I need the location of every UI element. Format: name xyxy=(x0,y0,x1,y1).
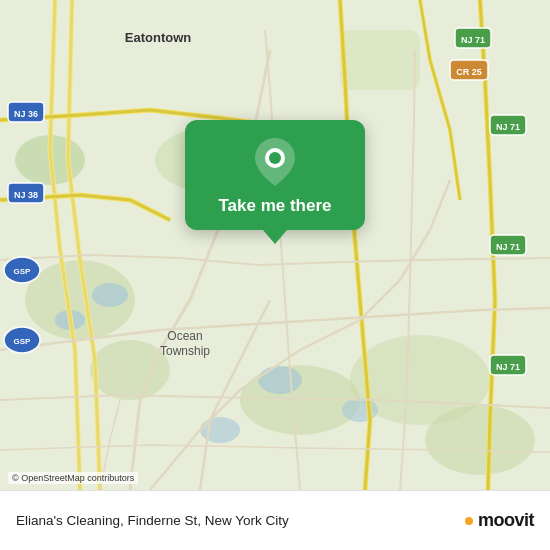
svg-point-9 xyxy=(92,283,128,307)
moovit-dot xyxy=(465,517,473,525)
svg-point-11 xyxy=(258,366,302,394)
svg-point-5 xyxy=(425,405,535,475)
take-me-there-label: Take me there xyxy=(218,196,331,216)
svg-text:NJ 71: NJ 71 xyxy=(496,362,520,372)
svg-text:NJ 71: NJ 71 xyxy=(461,35,485,45)
svg-text:NJ 36: NJ 36 xyxy=(14,109,38,119)
svg-text:NJ 38: NJ 38 xyxy=(14,190,38,200)
location-description: Eliana's Cleaning, Finderne St, New York… xyxy=(16,513,465,528)
bottom-bar: Eliana's Cleaning, Finderne St, New York… xyxy=(0,490,550,550)
svg-point-2 xyxy=(90,340,170,400)
map-container: NJ 71 NJ 71 NJ 71 NJ 71 NJ 36 NJ 38 GSP … xyxy=(0,0,550,490)
take-me-there-popup[interactable]: Take me there xyxy=(185,120,365,230)
svg-point-12 xyxy=(342,398,378,422)
moovit-logo: moovit xyxy=(465,510,534,531)
svg-text:NJ 71: NJ 71 xyxy=(496,122,520,132)
svg-text:Eatontown: Eatontown xyxy=(125,30,191,45)
osm-attribution: © OpenStreetMap contributors xyxy=(8,472,138,484)
svg-rect-7 xyxy=(340,30,420,90)
svg-text:CR 25: CR 25 xyxy=(456,67,482,77)
moovit-wordmark: moovit xyxy=(478,510,534,531)
svg-point-36 xyxy=(269,152,281,164)
svg-text:GSP: GSP xyxy=(14,267,32,276)
svg-text:Township: Township xyxy=(160,344,210,358)
svg-text:NJ 71: NJ 71 xyxy=(496,242,520,252)
svg-text:Ocean: Ocean xyxy=(167,329,202,343)
svg-point-13 xyxy=(200,417,240,443)
app: NJ 71 NJ 71 NJ 71 NJ 71 NJ 36 NJ 38 GSP … xyxy=(0,0,550,550)
svg-text:GSP: GSP xyxy=(14,337,32,346)
location-pin-icon xyxy=(251,138,299,186)
